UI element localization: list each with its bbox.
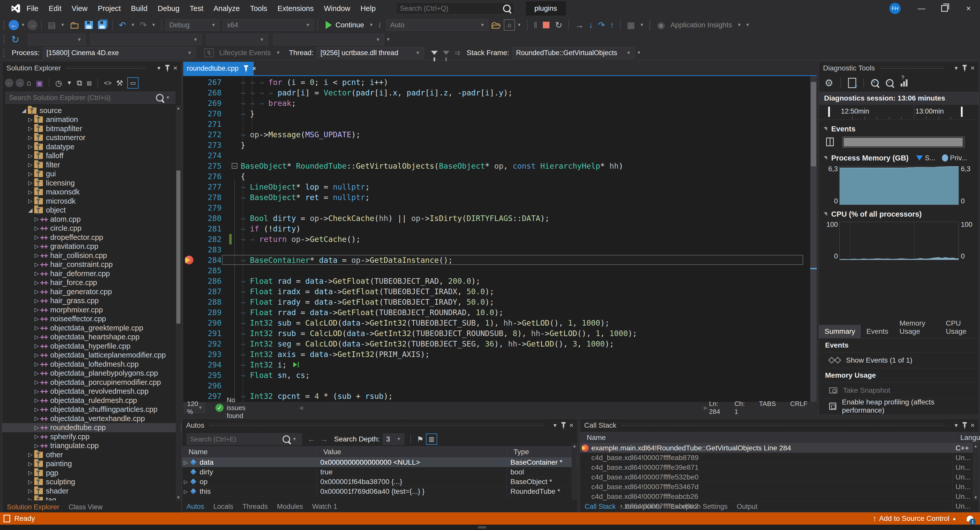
sync-with-active-document-icon[interactable]: ▣	[36, 79, 43, 88]
code-line-289[interactable]: 289→ Float rrad = data->GetFloat(TUBEOBJ…	[183, 307, 810, 318]
tree-item-objectdata_vertexhandle-cpp[interactable]: ▷++objectdata_vertexhandle.cpp	[2, 414, 181, 423]
panel-drag-area[interactable]	[880, 66, 944, 70]
suspend-threads-icon[interactable]: ⇉	[455, 49, 460, 57]
tab-threads[interactable]: Threads	[238, 501, 272, 512]
undo-icon[interactable]: ↶	[119, 20, 126, 30]
document-tab[interactable]: roundedtube.cpp ×	[183, 62, 254, 75]
code-area[interactable]: 267→ → → for (i = 0; i < pcnt; i++)268→ …	[183, 76, 817, 402]
stack-frame-dropdown[interactable]: RoundedTube::GetVirtualObjects▼	[512, 47, 635, 59]
lifecycle-dropdown[interactable]: ▼	[276, 50, 280, 56]
tree-expander-icon[interactable]: ▷	[27, 198, 34, 204]
restore-button[interactable]	[935, 0, 953, 17]
row-expander-icon[interactable]: ▷	[182, 479, 189, 485]
close-icon[interactable]: ×	[570, 421, 573, 430]
collapse-region-icon[interactable]: –	[232, 163, 237, 169]
tree-item-circle-cpp[interactable]: ▷++circle.cpp	[2, 224, 181, 233]
tree-expander-icon[interactable]: ▷	[33, 252, 40, 259]
refresh-icon[interactable]: ↻	[11, 34, 19, 45]
app-insights-dropdown[interactable]: ▼	[737, 22, 741, 27]
continue-button[interactable]: Continue	[335, 21, 364, 29]
tab-watch-1[interactable]: Watch 1	[307, 501, 342, 512]
column-indicator[interactable]: Ch: 1	[735, 400, 745, 416]
hot-reload-icon[interactable]: ≀	[378, 20, 381, 30]
open-file-icon[interactable]: 🗀	[69, 19, 80, 31]
autos-row-op[interactable]: ▷op0x000001f64ba38700 {...}BaseObject *	[182, 477, 578, 487]
tree-expander-icon[interactable]: ▷	[33, 343, 40, 349]
panel-menu-icon[interactable]: ▼	[156, 65, 162, 71]
line-indicator[interactable]: Ln: 284	[709, 400, 720, 416]
code-line-279[interactable]: 279	[183, 203, 810, 213]
panel-drag-area[interactable]	[209, 423, 543, 427]
export-icon[interactable]	[848, 78, 856, 88]
add-to-source-control-button[interactable]: Add to Source Control	[879, 514, 950, 523]
scroll-down-icon[interactable]: ▼	[176, 495, 181, 500]
health-check-icon[interactable]: ✓	[215, 404, 224, 412]
solution-search-input[interactable]	[9, 94, 156, 102]
solution-name-badge[interactable]: plugins	[526, 1, 566, 16]
navigate-forward-button[interactable]: →	[27, 20, 38, 30]
preview-selected-items-icon[interactable]: ▭	[127, 77, 138, 89]
tree-item-hair_grass-cpp[interactable]: ▷++hair_grass.cpp	[2, 296, 181, 306]
tree-expander-icon[interactable]: ▷	[33, 334, 40, 341]
code-line-277[interactable]: 277→ LineObject* lop = nullptr;	[183, 182, 810, 192]
settings-gear-icon[interactable]: ⚙	[824, 77, 833, 89]
zoom-out-icon[interactable]: −	[886, 79, 894, 87]
code-line-285[interactable]: 285	[183, 266, 810, 276]
menu-build[interactable]: Build	[126, 0, 153, 17]
tree-expander-icon[interactable]: ▷	[33, 243, 40, 250]
scrollbar-thumb[interactable]	[811, 82, 816, 166]
solution-explorer-search[interactable]: ▼	[5, 92, 175, 104]
tree-expander-icon[interactable]: ▷	[27, 116, 34, 123]
menu-extensions[interactable]: Extensions	[272, 0, 319, 17]
tree-item-painting[interactable]: ▷painting	[2, 459, 181, 468]
navigate-back-dropdown[interactable]: ▼	[21, 22, 25, 27]
new-project-icon[interactable]: ▤	[48, 20, 56, 30]
menu-help[interactable]: Help	[355, 0, 381, 17]
tree-expander-icon[interactable]: ▷	[33, 288, 40, 295]
tree-item-objectdata_latticeplanemodifier-cpp[interactable]: ▷++objectdata_latticeplanemodifier.cpp	[2, 351, 181, 360]
diag-tab-cpu-usage[interactable]: CPU Usage	[940, 317, 979, 338]
memory-section-header[interactable]: Process Memory (GB) S... Priv...	[819, 152, 979, 164]
format-values-toggle[interactable]: ▥	[426, 433, 437, 445]
tree-expander-icon[interactable]: ▷	[33, 325, 40, 331]
tree-expander-icon[interactable]: ▷	[33, 279, 40, 286]
column-language[interactable]: Langu	[954, 432, 973, 443]
toolbar-overflow[interactable]: ▼	[637, 50, 641, 56]
column-name[interactable]: Name	[580, 432, 954, 443]
show-events-link[interactable]: Show Events (1 of 1)	[819, 352, 979, 368]
tab-solution-explorer[interactable]: Solution Explorer	[2, 501, 64, 512]
tree-item-roundedtube-cpp[interactable]: ▷++roundedtube.cpp	[2, 423, 181, 432]
stack-frame-1[interactable]: c4d_base.xdl64!00007ffffeab8789Un...	[580, 453, 979, 463]
solution-explorer-scrollbar[interactable]: ▲▼	[176, 105, 181, 500]
variable-value[interactable]: 0x000001f769d06a40 {test={...} }	[320, 487, 425, 495]
tab-modules[interactable]: Modules	[272, 501, 307, 512]
code-line-293[interactable]: 293→ Int32 axis = data->GetInt32(PRIM_AX…	[183, 349, 810, 360]
tree-item-spherify-cpp[interactable]: ▷++spherify.cpp	[2, 432, 181, 441]
diag-tab-memory-usage[interactable]: Memory Usage	[894, 317, 940, 338]
tree-item-source[interactable]: ◢source	[2, 106, 181, 115]
code-line-291[interactable]: 291→ Int32 rsub = CalcLOD(data->GetInt32…	[183, 328, 810, 339]
pin-icon[interactable]	[563, 423, 564, 427]
code-line-273[interactable]: 273}	[183, 140, 810, 150]
restart-icon[interactable]: ↻	[555, 20, 563, 30]
tab-exception-settings[interactable]: Exception Settings	[666, 501, 732, 512]
code-line-282[interactable]: 282→ → return op->GetCache();	[183, 234, 810, 245]
tree-item-licensing[interactable]: ▷licensing	[2, 178, 181, 188]
tree-expander-icon[interactable]: ▷	[33, 415, 40, 422]
view-code-icon[interactable]: <>	[104, 79, 111, 87]
tree-item-falloff[interactable]: ▷falloff	[2, 151, 181, 161]
tree-expander-icon[interactable]: ▷	[33, 388, 40, 395]
source-control-dropdown[interactable]: ▲	[952, 516, 956, 521]
column-name[interactable]: Name	[182, 447, 317, 457]
tree-expander-icon[interactable]: ▷	[33, 261, 40, 268]
code-line-288[interactable]: 288→ Float irady = data->GetFloat(TUBEOB…	[183, 297, 810, 307]
scrollbar-split-grip[interactable]	[810, 76, 817, 81]
app-insights-button[interactable]: Application Insights	[670, 21, 732, 29]
save-all-icon[interactable]	[98, 21, 106, 29]
code-line-292[interactable]: 292→ Int32 seg = CalcLOD(data->GetInt32(…	[183, 339, 810, 349]
stack-frame-0[interactable]: example.main.xdl64!RoundedTube::GetVirtu…	[580, 443, 979, 453]
autos-row-data[interactable]: ▷data0x0000000000000000 <NULL>BaseContai…	[182, 458, 578, 467]
code-line-276[interactable]: 276{	[183, 171, 810, 182]
pin-icon[interactable]	[245, 67, 247, 70]
tree-expander-icon[interactable]: ▷	[33, 270, 40, 277]
